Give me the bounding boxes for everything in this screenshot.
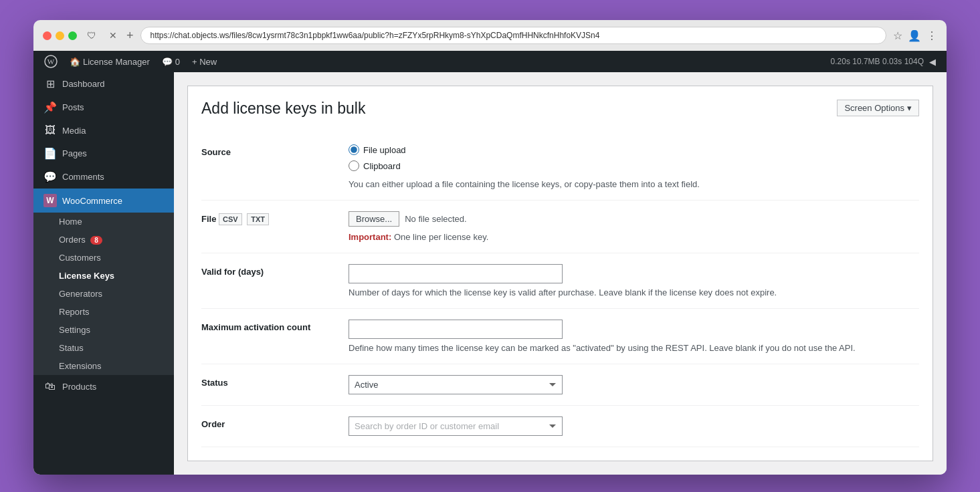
csv-badge: CSV — [219, 213, 242, 225]
submenu-license-keys[interactable]: License Keys — [33, 267, 174, 285]
menu-icon[interactable]: ⋮ — [926, 29, 937, 42]
screen-options-label: Screen Options — [844, 103, 904, 113]
submenu-status[interactable]: Status — [33, 339, 174, 357]
close-dot[interactable] — [43, 31, 52, 40]
valid-for-input[interactable] — [349, 264, 563, 283]
comments-count: 0 — [175, 57, 180, 67]
sidebar-item-woocommerce[interactable]: W WooCommerce — [33, 189, 174, 213]
shield-icon: 🛡 — [84, 27, 100, 43]
submenu-customers[interactable]: Customers — [33, 249, 174, 267]
max-activation-input[interactable] — [349, 320, 563, 339]
browse-button[interactable]: Browse... — [349, 211, 399, 227]
sidebar-item-posts[interactable]: 📌 Posts — [33, 96, 174, 119]
admin-bar-comments[interactable]: 💬 0 — [157, 51, 185, 72]
no-file-text: No file selected. — [405, 214, 467, 224]
svg-text:W: W — [47, 57, 55, 66]
wp-logo[interactable]: W — [39, 51, 63, 72]
sidebar-media-label: Media — [62, 126, 86, 136]
radio-clipboard[interactable]: Clipboard — [349, 160, 919, 171]
sidebar-woocommerce-label: WooCommerce — [62, 196, 122, 206]
important-text: One line per license key. — [394, 232, 488, 242]
sidebar-item-pages[interactable]: 📄 Pages — [33, 142, 174, 165]
order-field: Search by order ID or customer email — [349, 416, 919, 436]
sidebar-pages-label: Pages — [62, 148, 87, 158]
site-name: License Manager — [83, 57, 150, 67]
content-area: Add license keys in bulk Screen Options … — [174, 72, 947, 475]
radio-file-upload-input[interactable] — [349, 144, 359, 155]
admin-bar-new[interactable]: + New — [187, 51, 222, 72]
page-title: Add license keys in bulk — [201, 100, 365, 118]
dashboard-icon: ⊞ — [43, 78, 57, 90]
collapse-icon: ◀ — [929, 57, 936, 67]
source-radio-group: File upload Clipboard — [349, 144, 919, 171]
important-label: Important: — [349, 232, 391, 242]
admin-bar-home[interactable]: 🏠 License Manager — [64, 51, 155, 72]
orders-badge: 8 — [90, 236, 102, 245]
sidebar-item-media[interactable]: 🖼 Media — [33, 119, 174, 142]
order-search[interactable]: Search by order ID or customer email — [349, 416, 563, 436]
products-icon: 🛍 — [43, 380, 57, 392]
status-label: Status — [201, 375, 349, 388]
status-select[interactable]: Active Inactive Sold Delivered — [349, 375, 563, 394]
screen-options-button[interactable]: Screen Options ▾ — [837, 100, 919, 116]
sidebar-comments-label: Comments — [62, 172, 104, 182]
form-row-file: File CSV TXT Browse... No file selected.… — [201, 201, 919, 253]
sidebar-item-comments[interactable]: 💬 Comments — [33, 165, 174, 189]
close-tab-button[interactable]: ✕ — [106, 30, 120, 41]
important-note: Important: One line per license key. — [349, 232, 919, 242]
submenu-generators[interactable]: Generators — [33, 285, 174, 303]
submenu-extensions[interactable]: Extensions — [33, 357, 174, 375]
radio-file-upload-label: File upload — [363, 145, 406, 155]
submenu-home[interactable]: Home — [33, 213, 174, 231]
add-tab-button[interactable]: + — [126, 29, 134, 43]
minimize-dot[interactable] — [56, 31, 64, 40]
form-row-valid-for: Valid for (days) Number of days for whic… — [201, 253, 919, 309]
sidebar-item-dashboard[interactable]: ⊞ Dashboard — [33, 72, 174, 96]
screen-options-arrow: ▾ — [907, 103, 912, 113]
comments-icon: 💬 — [162, 57, 173, 67]
status-field: Active Inactive Sold Delivered — [349, 375, 919, 394]
woo-icon: W — [43, 194, 57, 207]
valid-for-help: Number of days for which the license key… — [349, 287, 919, 297]
source-help-text: You can either upload a file containing … — [349, 179, 919, 189]
pages-icon: 📄 — [43, 147, 57, 160]
source-field: File upload Clipboard You can either upl… — [349, 144, 919, 189]
form-row-status: Status Active Inactive Sold Delivered — [201, 364, 919, 406]
valid-for-field: Number of days for which the license key… — [349, 264, 919, 297]
sidebar-dashboard-label: Dashboard — [62, 79, 105, 89]
posts-icon: 📌 — [43, 101, 57, 114]
max-activation-help: Define how many times the license key ca… — [349, 343, 919, 353]
file-label: File CSV TXT — [201, 211, 349, 224]
submenu-settings[interactable]: Settings — [33, 321, 174, 339]
radio-clipboard-input[interactable] — [349, 160, 359, 171]
sidebar-item-products[interactable]: 🛍 Products — [33, 375, 174, 398]
browser-dots — [43, 31, 77, 40]
bookmark-icon[interactable]: ☆ — [893, 29, 902, 42]
sidebar: ⊞ Dashboard 📌 Posts 🖼 Media 📄 Pages 💬 — [33, 72, 174, 475]
radio-clipboard-label: Clipboard — [363, 161, 401, 171]
form-row-order: Order Search by order ID or customer ema… — [201, 406, 919, 447]
maximize-dot[interactable] — [68, 31, 77, 40]
media-icon: 🖼 — [43, 124, 57, 136]
comments-sidebar-icon: 💬 — [43, 170, 57, 183]
order-label: Order — [201, 416, 349, 429]
valid-for-label: Valid for (days) — [201, 264, 349, 277]
address-bar[interactable]: https://chat.objects.ws/files/8cw1ysrmt7… — [140, 27, 886, 44]
submenu-reports[interactable]: Reports — [33, 303, 174, 321]
user-icon[interactable]: 👤 — [908, 29, 921, 42]
collapse-button[interactable]: ◀ — [924, 51, 941, 72]
txt-badge: TXT — [247, 213, 269, 225]
file-field: Browse... No file selected. Important: O… — [349, 211, 919, 242]
sidebar-posts-label: Posts — [62, 102, 84, 112]
woocommerce-submenu: Home Orders 8 Customers License Keys Gen… — [33, 213, 174, 375]
admin-bar-stats: 0.20s 10.7MB 0.03s 104Q — [831, 57, 924, 66]
source-label: Source — [201, 144, 349, 157]
form-row-source: Source File upload Clipboard — [201, 134, 919, 201]
max-activation-label: Maximum activation count — [201, 320, 349, 332]
new-label: + New — [192, 57, 217, 67]
radio-file-upload[interactable]: File upload — [349, 144, 919, 155]
submenu-orders[interactable]: Orders 8 — [33, 231, 174, 249]
home-icon: 🏠 — [70, 57, 80, 67]
sidebar-products-label: Products — [62, 382, 96, 392]
form-row-max-activation: Maximum activation count Define how many… — [201, 309, 919, 364]
